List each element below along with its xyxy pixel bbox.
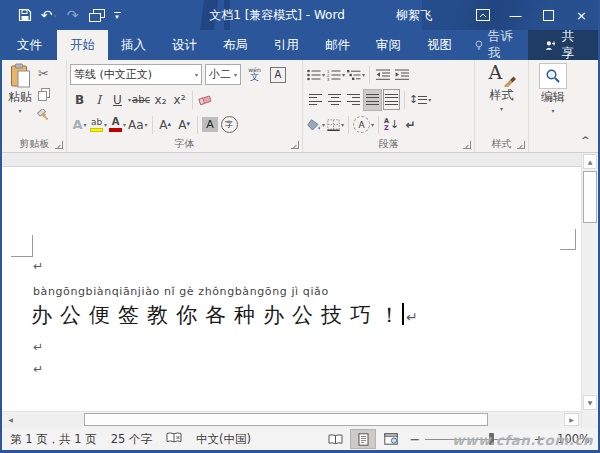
save-button[interactable] xyxy=(14,4,35,26)
numbering-icon: 123 xyxy=(327,69,341,81)
share-label: 共享 xyxy=(561,28,581,62)
font-size-combobox[interactable]: 小二▾ xyxy=(205,64,241,85)
tab-design[interactable]: 设计 xyxy=(159,30,210,60)
copy-button[interactable] xyxy=(34,85,53,104)
group-styles: A 样式 ▾ 样式 xyxy=(475,60,529,152)
tab-layout[interactable]: 布局 xyxy=(210,30,261,60)
undo-button[interactable]: ↶▾ xyxy=(38,4,59,26)
maximize-button[interactable] xyxy=(532,0,565,30)
justify-button[interactable] xyxy=(363,89,382,111)
subscript-button[interactable]: x₂ xyxy=(151,89,170,111)
align-right-button[interactable] xyxy=(344,89,363,111)
bullets-button[interactable]: ▾ xyxy=(306,64,326,86)
clear-formatting-button[interactable] xyxy=(196,89,215,111)
enclose-characters-button[interactable]: 字 xyxy=(220,114,239,136)
distribute-button[interactable] xyxy=(382,89,401,111)
show-hide-marks-button[interactable]: ↵ xyxy=(401,114,420,136)
word-count[interactable]: 25 个字 xyxy=(111,432,152,447)
tab-review[interactable]: 审阅 xyxy=(363,30,414,60)
numbering-button[interactable]: 123 ▾ xyxy=(326,64,346,86)
text-effects-button[interactable]: A▾ xyxy=(70,114,89,136)
shading-button[interactable]: ▾ xyxy=(306,114,326,136)
share-button[interactable]: 共享 xyxy=(528,30,598,60)
vertical-scrollbar[interactable]: ▲ ▼ xyxy=(581,153,598,428)
close-button[interactable]: × xyxy=(565,0,598,30)
page-indicator[interactable]: 第 1 页，共 1 页 xyxy=(10,432,97,447)
increase-indent-button[interactable] xyxy=(392,64,411,86)
strikethrough-button[interactable]: abc xyxy=(131,89,151,111)
shrink-font-button[interactable]: A▾ xyxy=(175,114,194,136)
sort-button[interactable]: AZ↓ xyxy=(382,114,401,136)
character-shading-button[interactable]: A xyxy=(201,114,220,136)
document-text-line[interactable]: 办公便签教你各种办公技巧！↵ xyxy=(31,301,418,329)
tab-references[interactable]: 引用 xyxy=(261,30,312,60)
cut-button[interactable]: ✂ xyxy=(34,64,53,83)
styles-button-label: 样式 xyxy=(490,87,514,104)
proofing-book-icon xyxy=(166,432,182,444)
vertical-scroll-thumb[interactable] xyxy=(583,171,597,223)
paragraph-dialog-launcher[interactable] xyxy=(463,141,471,149)
scroll-right-arrow[interactable]: ▶ xyxy=(564,413,579,426)
ribbon-display-options-button[interactable] xyxy=(466,0,499,30)
signed-in-user[interactable]: 柳絮飞 xyxy=(396,7,432,24)
font-dialog-launcher[interactable] xyxy=(291,141,299,149)
font-color-button[interactable]: A▾ xyxy=(108,114,127,136)
superscript-button[interactable]: x² xyxy=(170,89,189,111)
tab-mailings[interactable]: 邮件 xyxy=(312,30,363,60)
language-indicator[interactable]: 中文(中国) xyxy=(196,432,251,447)
redo-icon: ↷ xyxy=(67,7,79,23)
multilevel-list-button[interactable]: ▾ xyxy=(346,64,366,86)
lightbulb-icon xyxy=(475,39,483,52)
tab-view[interactable]: 视图 xyxy=(414,30,465,60)
text-highlight-button[interactable]: ab▾ xyxy=(89,114,108,136)
share-person-icon xyxy=(545,39,556,52)
line-spacing-button[interactable]: ↕▾ xyxy=(408,89,432,111)
asian-layout-button[interactable]: A▾ xyxy=(352,114,375,136)
document-page[interactable]: ↵ bàngōngbiànqiānjiào nǐ gè zhǒngbàngōng… xyxy=(2,167,581,411)
touch-mouse-mode-button[interactable] xyxy=(86,4,107,26)
styles-dialog-launcher[interactable] xyxy=(517,141,525,149)
editing-button[interactable]: 编辑 ▾ xyxy=(532,62,574,115)
read-mode-button[interactable] xyxy=(322,429,348,449)
align-left-button[interactable] xyxy=(306,89,325,111)
styles-button[interactable]: A 样式 ▾ xyxy=(478,62,525,113)
clipboard-dialog-launcher[interactable] xyxy=(55,141,63,149)
borders-button[interactable]: ▾ xyxy=(326,114,345,136)
change-case-button[interactable]: Aa▾ xyxy=(127,114,149,136)
tab-home[interactable]: 开始 xyxy=(57,30,108,60)
bold-button[interactable]: B xyxy=(70,89,89,111)
format-painter-button[interactable] xyxy=(34,106,53,125)
grow-font-button[interactable]: A▴ xyxy=(156,114,175,136)
phonetic-guide-button[interactable]: wén文 xyxy=(245,64,264,86)
web-layout-button[interactable] xyxy=(378,429,404,449)
chevron-down-icon: ▾ xyxy=(195,71,198,78)
underline-button[interactable]: U xyxy=(108,89,127,111)
tab-file[interactable]: 文件 xyxy=(2,30,57,60)
paste-button[interactable]: 粘贴 ▾ xyxy=(6,62,34,137)
scroll-up-arrow[interactable]: ▲ xyxy=(583,154,597,169)
collapse-ribbon-button[interactable]: ^ xyxy=(581,135,590,145)
print-layout-button[interactable] xyxy=(350,429,376,449)
document-area: ↵ bàngōngbiànqiānjiào nǐ gè zhǒngbàngōng… xyxy=(2,153,598,428)
align-center-button[interactable] xyxy=(325,89,344,111)
decrease-indent-button[interactable] xyxy=(373,64,392,86)
font-size-value: 小二 xyxy=(209,67,231,82)
scroll-down-arrow[interactable]: ▼ xyxy=(583,395,597,410)
zoom-out-button[interactable]: − xyxy=(406,432,424,447)
character-border-button[interactable]: A xyxy=(264,64,287,86)
minimize-button[interactable]: — xyxy=(499,0,532,30)
tell-me-box[interactable]: 告诉我 xyxy=(465,30,528,60)
font-color-icon: A xyxy=(109,117,122,132)
redo-button[interactable]: ↷ xyxy=(62,4,83,26)
window-controls: — × xyxy=(466,0,598,30)
italic-button[interactable]: I xyxy=(89,89,108,111)
font-name-combobox[interactable]: 等线 (中文正文)▾ xyxy=(70,64,202,85)
horizontal-scrollbar[interactable]: ◀ ▶ xyxy=(2,411,581,428)
horizontal-scroll-thumb[interactable] xyxy=(84,413,488,426)
editing-icon-box xyxy=(539,63,567,89)
group-font: 等线 (中文正文)▾ 小二▾ wén文 A B I U ▾ abc x₂ x² … xyxy=(67,60,303,152)
customize-qat-button[interactable]: ▾ xyxy=(110,4,124,26)
proofing-status[interactable] xyxy=(166,432,182,447)
scroll-left-arrow[interactable]: ◀ xyxy=(3,413,18,426)
tab-insert[interactable]: 插入 xyxy=(108,30,159,60)
